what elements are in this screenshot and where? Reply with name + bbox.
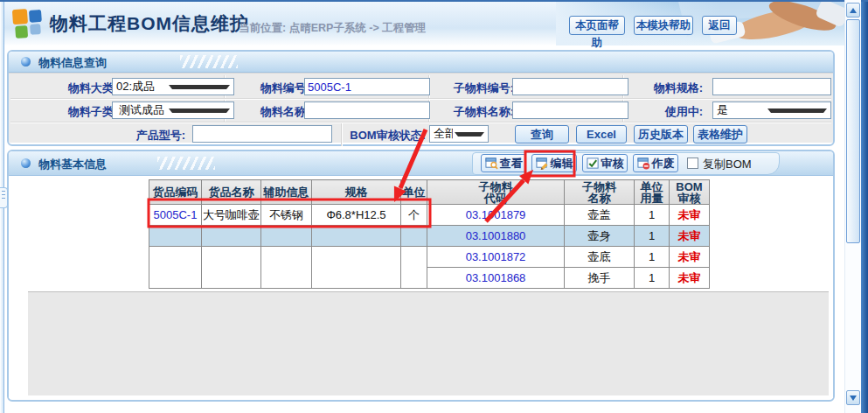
query-panel-header: 物料信息查询: [9, 52, 833, 73]
audit-status-cell: 未审: [670, 205, 710, 226]
audit-status-cell: 未审: [670, 226, 710, 247]
page-help-button[interactable]: 本页面帮助: [569, 16, 625, 35]
sub-name-cell: 壶盖: [565, 205, 635, 226]
page-header: 物料工程BOM信息维护 当前位置: 点晴ERP子系统 -> 工程管理 本页面帮助…: [4, 2, 844, 46]
scroll-up-button[interactable]: [846, 3, 860, 18]
field-label: 物料子类:: [19, 104, 117, 120]
material-number-input[interactable]: [304, 78, 430, 95]
material-name-input[interactable]: [304, 102, 430, 119]
vertical-scrollbar[interactable]: [844, 0, 861, 413]
void-icon: [637, 157, 650, 170]
query-button[interactable]: 查询: [515, 125, 569, 144]
table-row[interactable]: 5005C-1 大号咖啡壶 不锈钢 Φ6.8*H12.5 个 03.100187…: [149, 205, 710, 226]
field-label: 物料规格:: [628, 80, 703, 96]
dropdown-arrow-icon: [455, 132, 484, 140]
dropdown-arrow-icon: [169, 85, 230, 93]
material-spec-input[interactable]: [712, 78, 831, 95]
qty-cell: 1: [635, 268, 670, 289]
query-row-3: 产品型号: BOM审核状态: 全部 查询 Excel 历史版本 表格维护: [10, 122, 831, 146]
splitter-grip[interactable]: [0, 187, 8, 208]
col-header: 子物料 名称: [565, 180, 635, 205]
query-panel-title: 物料信息查询: [38, 55, 107, 71]
arrow-up-icon: [850, 4, 857, 13]
col-header: 货品编码: [149, 180, 202, 205]
back-button[interactable]: 返回: [702, 16, 737, 35]
sub-code-link[interactable]: 03.1001872: [427, 247, 565, 268]
stripes-decoration: [180, 55, 238, 68]
bom-panel-header: 物料基本信息 查看 编辑: [9, 151, 833, 176]
stripes-decoration: [157, 157, 215, 170]
col-header: 单位: [401, 180, 427, 205]
dropdown-arrow-icon: [169, 108, 230, 116]
scrollbar-thumb[interactable]: [846, 19, 860, 243]
sub-material-number-input[interactable]: [512, 78, 628, 95]
in-use-select[interactable]: 是: [712, 102, 831, 119]
page-title: 物料工程BOM信息维护: [50, 11, 249, 36]
col-header: 单位 用量: [635, 180, 670, 205]
sub-name-cell: 壶底: [565, 247, 635, 268]
sub-code-link[interactable]: 03.1001880: [427, 226, 565, 247]
view-button[interactable]: 查看: [481, 154, 526, 172]
bom-body: 货品编码 货品名称 辅助信息 规格 单位 子物料 代码 子物料 名称 单位 用量…: [9, 176, 833, 398]
qty-cell: 1: [635, 205, 670, 226]
field-label: 物料名称:: [231, 104, 309, 120]
field-label: 产品型号:: [87, 128, 185, 144]
col-header: 规格: [312, 180, 401, 205]
module-help-button[interactable]: 本模块帮助: [634, 16, 693, 35]
audit-status-cell: 未审: [670, 247, 710, 268]
field-label: 子物料编号:: [435, 80, 514, 96]
query-row-2: 物料子类: 测试成品 物料名称: 子物料名称: 使用中: 是: [10, 99, 831, 122]
item-name-cell: 大号咖啡壶: [202, 205, 261, 226]
view-icon: [485, 157, 498, 170]
bom-audit-status-select[interactable]: 全部: [429, 125, 489, 143]
copy-bom-label[interactable]: 复制BOM: [703, 157, 752, 172]
sub-name-cell: 壶身: [565, 226, 635, 247]
table-row-selected[interactable]: 03.1001880 壶身 1 未审: [149, 226, 710, 247]
sub-name-cell: 挽手: [565, 268, 635, 289]
col-header: 子物料 代码: [427, 180, 565, 205]
table-maintenance-button[interactable]: 表格维护: [693, 125, 747, 144]
col-header: BOM 审核: [670, 180, 710, 205]
field-label: 使用中:: [628, 104, 703, 120]
qty-cell: 1: [635, 226, 670, 247]
qty-cell: 1: [635, 247, 670, 268]
sub-code-link[interactable]: 03.1001868: [427, 268, 565, 289]
material-subcategory-select[interactable]: 测试成品: [112, 102, 234, 119]
col-header: 货品名称: [202, 180, 261, 205]
product-model-input[interactable]: [192, 125, 332, 143]
table-row[interactable]: 03.1001872 壶底 1 未审: [149, 247, 710, 268]
grid-empty-area: [28, 291, 829, 396]
grid-viewport: 货品编码 货品名称 辅助信息 规格 单位 子物料 代码 子物料 名称 单位 用量…: [28, 176, 829, 291]
history-version-button[interactable]: 历史版本: [634, 125, 688, 144]
edit-button[interactable]: 编辑: [531, 154, 577, 172]
app-logo-icon: [11, 7, 45, 40]
edit-icon: [536, 157, 549, 170]
section-bullet-icon: [21, 57, 31, 66]
breadcrumb: 当前位置: 点晴ERP子系统 -> 工程管理: [239, 21, 426, 36]
material-category-select[interactable]: 02:成品: [112, 78, 234, 95]
bom-panel: 物料基本信息 查看 编辑: [7, 150, 835, 402]
bom-panel-title: 物料基本信息: [38, 157, 107, 172]
excel-button[interactable]: Excel: [576, 125, 627, 144]
field-label: 子物料名称:: [435, 104, 514, 120]
unit-cell: 个: [401, 205, 427, 226]
void-button[interactable]: 作废: [633, 154, 678, 172]
query-row-1: 物料大类: 02:成品 物料编号: 子物料编号: 物料规格:: [10, 75, 831, 99]
bom-table: 货品编码 货品名称 辅助信息 规格 单位 子物料 代码 子物料 名称 单位 用量…: [149, 179, 710, 289]
query-panel: 物料信息查询 物料大类: 02:成品 物料编号: 子物料编号: 物料规格:: [7, 50, 835, 146]
page-right-border: [861, 0, 868, 413]
sub-code-link[interactable]: 03.1001879: [427, 205, 565, 226]
scroll-down-button[interactable]: [846, 390, 860, 405]
audit-status-cell: 未审: [670, 268, 710, 289]
sub-material-name-input[interactable]: [512, 102, 628, 119]
erp-bom-page: { "header": { "title": "物料工程BOM信息维护", "b…: [0, 0, 868, 413]
item-code-link[interactable]: 5005C-1: [149, 205, 202, 226]
arrow-down-icon: [850, 396, 857, 404]
aux-info-cell: 不锈钢: [261, 205, 312, 226]
copy-bom-checkbox[interactable]: [687, 158, 698, 169]
audit-button[interactable]: 审核: [582, 154, 628, 172]
dropdown-arrow-icon: [767, 108, 827, 116]
spec-cell: Φ6.8*H12.5: [312, 205, 401, 226]
query-form: 物料大类: 02:成品 物料编号: 子物料编号: 物料规格: 物料子类: 测试成…: [9, 73, 833, 143]
table-header-row: 货品编码 货品名称 辅助信息 规格 单位 子物料 代码 子物料 名称 单位 用量…: [149, 180, 710, 205]
